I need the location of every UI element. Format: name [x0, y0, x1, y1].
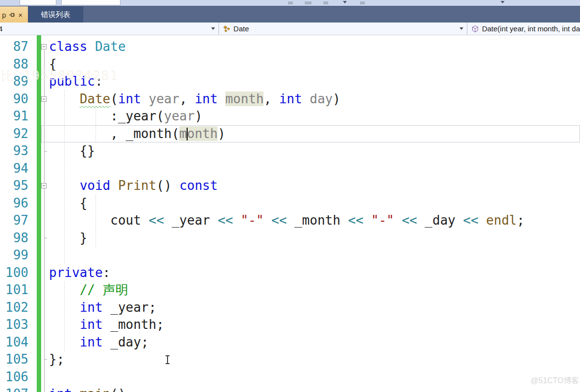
token: };: [49, 352, 64, 367]
token: [49, 317, 80, 332]
code-text: {: [49, 56, 57, 73]
token: ): [194, 109, 202, 123]
toolbar-dropdown-caret-icon[interactable]: [501, 1, 505, 3]
fold-margin: [41, 212, 49, 230]
line-number: 100: [0, 264, 28, 282]
gutter-spacer: [28, 160, 41, 178]
collapse-box-icon[interactable]: [41, 183, 47, 188]
token: <<: [348, 213, 363, 228]
toolbar-icon-fragment[interactable]: [360, 1, 365, 4]
code-line-102[interactable]: 102 int _year;: [0, 299, 580, 317]
token: _day: [417, 213, 463, 228]
token: // 声明: [80, 282, 128, 297]
token: , _month(: [49, 126, 179, 141]
token: ): [333, 92, 340, 106]
token: [479, 213, 486, 228]
token: const: [179, 178, 218, 193]
file-dropdown[interactable]: 4: [0, 23, 219, 35]
token: int: [118, 92, 141, 106]
line-number: 92: [0, 125, 28, 143]
line-number: 93: [0, 142, 28, 160]
code-line-104[interactable]: 104 int _day;: [0, 334, 580, 351]
code-line-88[interactable]: 88{: [0, 56, 580, 73]
token: ,: [179, 92, 194, 106]
code-text: };: [49, 351, 64, 369]
code-line-96[interactable]: 96 {: [0, 195, 580, 212]
close-icon[interactable]: ×: [18, 11, 23, 19]
code-line-90[interactable]: 90 Date(int year, int month, int day): [0, 91, 580, 108]
gutter-spacer: [28, 281, 41, 299]
toolbar-icon-fragment[interactable]: [323, 1, 328, 4]
fold-margin: [41, 369, 49, 386]
pin-icon[interactable]: [9, 12, 15, 18]
code-line-93[interactable]: 93 {}: [0, 142, 580, 160]
chevron-down-icon[interactable]: [211, 27, 215, 30]
line-number: 104: [0, 334, 28, 351]
line-number: 99: [0, 247, 28, 264]
toolbar-dropdown-fragment[interactable]: [61, 0, 121, 5]
tab-error-list[interactable]: 错误列表: [28, 6, 83, 23]
toolbar-dropdown-caret-icon[interactable]: [343, 1, 347, 3]
gutter-spacer: [28, 177, 41, 195]
token: [110, 178, 118, 193]
code-line-91[interactable]: 91 :_year(year): [0, 108, 580, 125]
code-line-99[interactable]: 99: [0, 247, 580, 264]
code-editor[interactable]: 87class Date88{89public:90 Date(int year…: [0, 35, 580, 392]
toolbar-icon-fragment[interactable]: [288, 1, 293, 4]
fold-margin: [41, 125, 49, 143]
toolbar-icon-fragment[interactable]: [305, 1, 312, 4]
code-line-107[interactable]: 107int main(): [0, 386, 580, 392]
gutter-spacer: [28, 38, 41, 56]
code-text: Date(int year, int month, int day): [49, 91, 340, 108]
line-number: 103: [0, 316, 28, 334]
code-line-98[interactable]: 98 }: [0, 230, 580, 247]
token: main: [80, 387, 111, 392]
token: _year: [164, 213, 218, 228]
token: (: [110, 92, 118, 106]
fold-margin: [41, 264, 49, 282]
code-text: , _month(month): [49, 125, 225, 143]
code-line-87[interactable]: 87class Date: [0, 38, 580, 56]
gutter-spacer: [28, 230, 41, 247]
token: int: [49, 387, 72, 392]
type-dropdown[interactable]: Date: [219, 23, 467, 35]
code-text: int _year;: [49, 299, 156, 317]
code-line-95[interactable]: 95 void Print() const: [0, 177, 580, 195]
code-line-101[interactable]: 101 // 声明: [0, 281, 580, 299]
gutter-spacer: [28, 195, 41, 212]
line-number: 97: [0, 212, 28, 230]
code-line-103[interactable]: 103 int _month;: [0, 316, 580, 334]
tab-active-clipped[interactable]: p ×: [0, 6, 28, 23]
code-line-97[interactable]: 97 cout << _year << "-" << _month << "-"…: [0, 212, 580, 230]
code-line-105[interactable]: 105};: [0, 351, 580, 369]
fold-margin: [41, 91, 49, 108]
collapse-box-icon[interactable]: [41, 96, 47, 102]
fold-margin: [41, 142, 49, 160]
token: "-": [371, 213, 394, 228]
token: [49, 92, 80, 106]
token: _year;: [103, 300, 157, 315]
collapse-box-icon[interactable]: [41, 44, 47, 49]
fold-margin: [41, 334, 49, 351]
toolbar-dropdown-fragment[interactable]: [20, 0, 56, 5]
code-line-106[interactable]: 106: [0, 369, 580, 386]
token: {: [49, 196, 87, 210]
member-dropdown[interactable]: Date(int year, int month, int da: [467, 23, 580, 35]
fold-margin: [41, 38, 49, 56]
token: (): [110, 387, 125, 392]
code-line-89[interactable]: 89public:: [0, 73, 580, 91]
fold-margin: [41, 195, 49, 212]
token: public: [49, 74, 95, 89]
code-line-94[interactable]: 94: [0, 160, 580, 178]
chevron-down-icon[interactable]: [459, 27, 463, 30]
fold-margin: [41, 56, 49, 73]
code-text: int _day;: [49, 334, 149, 351]
line-number: 107: [0, 386, 28, 392]
tool-window-tab-bar: p × 错误列表: [0, 6, 580, 23]
member-dropdown-value: Date(int year, int month, int da: [482, 24, 580, 33]
code-text: class Date: [49, 38, 126, 56]
code-line-92[interactable]: 92 , _month(month): [0, 125, 580, 143]
code-line-100[interactable]: 100private:: [0, 264, 580, 282]
code-text: // 声明: [49, 281, 128, 299]
token: Print: [118, 178, 156, 193]
